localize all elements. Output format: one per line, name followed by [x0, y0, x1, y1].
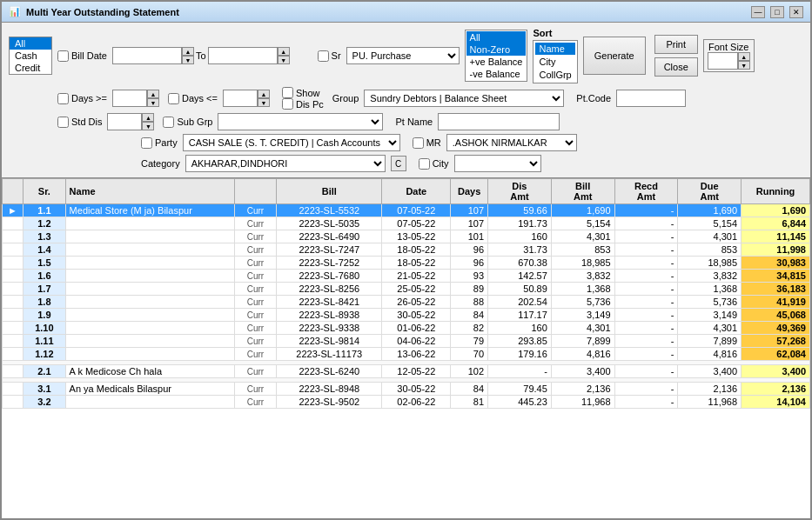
curr-cell: Curr	[234, 396, 277, 409]
table-row[interactable]: 1.6Curr2223-SL-768021-05-2293142.573,832…	[3, 270, 810, 283]
table-row[interactable]: 1.5Curr2223-SL-725218-05-2296670.3818,98…	[3, 257, 810, 270]
days-gte-up[interactable]: ▲	[147, 90, 159, 98]
cash-filter-btn[interactable]: Cash	[10, 50, 51, 62]
sort-name[interactable]: Name	[535, 43, 574, 55]
recd-amt-cell: -	[614, 257, 678, 270]
filter-non-zero[interactable]: Non-Zero	[466, 43, 527, 56]
running-cell: 34,815	[742, 270, 810, 283]
table-row[interactable]: 1.9Curr2223-SL-893830-05-2284117.173,149…	[3, 309, 810, 322]
minimize-button[interactable]: —	[751, 6, 765, 18]
show-checkbox[interactable]	[282, 87, 293, 98]
credit-filter-btn[interactable]: Credit	[10, 62, 51, 74]
table-row[interactable]: 3.1An ya Medicals BilaspurCurr2223-SL-89…	[3, 383, 810, 396]
sort-city[interactable]: City	[535, 56, 574, 68]
subgrp-select[interactable]	[218, 113, 383, 130]
name-cell	[65, 270, 234, 283]
days-gte-checkbox[interactable]	[57, 93, 69, 104]
dis-amt-cell: 160	[488, 322, 552, 335]
header-curr	[234, 179, 277, 204]
dis-amt-cell: 79.45	[488, 383, 552, 396]
all-filter-btn[interactable]: All	[10, 37, 51, 50]
mr-select[interactable]: .ASHOK NIRMALKAR	[446, 134, 577, 151]
voucher-type-select[interactable]: PU. Purchase	[346, 47, 460, 64]
table-row[interactable]: 1.11Curr2223-SL-981404-06-2279293.857,89…	[3, 335, 810, 348]
days-lte-label: Days <=	[182, 93, 218, 103]
from-date-up[interactable]: ▲	[182, 47, 194, 56]
bill-date-checkbox-group: Bill Date	[57, 50, 107, 62]
stddis-checkbox[interactable]	[57, 117, 69, 128]
table-row[interactable]: 1.3Curr2223-SL-649013-05-221011604,301-4…	[3, 230, 810, 243]
sr-checkbox[interactable]	[318, 50, 329, 62]
filter-plus-balance[interactable]: +ve Balance	[466, 56, 527, 68]
city-checkbox[interactable]	[419, 158, 430, 170]
table-row[interactable]: 1.2Curr2223-SL-503507-05-22107191.735,15…	[3, 217, 810, 230]
ptname-input[interactable]	[438, 113, 560, 130]
category-select[interactable]: AKHARAR,DINDHORI	[185, 155, 386, 172]
font-size-up[interactable]: ▲	[738, 52, 750, 61]
due-amt-cell: 4,816	[678, 348, 742, 361]
font-size-input[interactable]: 9.0	[708, 52, 738, 70]
ptcode-input[interactable]	[616, 90, 686, 107]
category-c-button[interactable]: C	[391, 156, 406, 171]
table-row[interactable]: 2.1A k Medicose Ch halaCurr2223-SL-62401…	[3, 365, 810, 378]
mr-checkbox[interactable]	[413, 137, 424, 149]
header-bill-amt: BillAmt	[551, 179, 614, 204]
from-date-input[interactable]: 22/08/2022	[112, 47, 182, 64]
days-cell: 96	[451, 243, 488, 257]
maximize-button[interactable]: □	[770, 6, 784, 18]
to-date-input[interactable]: 22/08/2022	[208, 47, 278, 64]
days-cell: 79	[451, 335, 488, 348]
right-buttons: Print Close	[654, 35, 698, 77]
name-cell	[65, 257, 234, 270]
days-lte-down[interactable]: ▼	[258, 98, 270, 107]
table-row[interactable]: 1.10Curr2223-SL-933801-06-22821604,301-4…	[3, 322, 810, 335]
table-row[interactable]: 3.2Curr2223-SL-950202-06-2281445.2311,96…	[3, 396, 810, 409]
stddis-checkbox-group: Std Dis	[57, 117, 102, 128]
party-checkbox-group: Party	[141, 137, 178, 149]
close-window-button[interactable]: ✕	[789, 6, 803, 18]
sort-section: Sort Name City CollGrp	[533, 28, 577, 83]
filter-minus-balance[interactable]: -ve Balance	[466, 68, 527, 80]
days-gte-down[interactable]: ▼	[147, 98, 159, 107]
days-lte-input[interactable]: 0	[223, 90, 258, 107]
group-select[interactable]: Sundry Debtors | Balance Sheet	[364, 90, 564, 107]
bill-amt-cell: 853	[551, 243, 614, 257]
filter-box: All Non-Zero +ve Balance -ve Balance	[465, 30, 528, 82]
dispc-checkbox[interactable]	[282, 98, 293, 110]
city-select[interactable]	[454, 155, 541, 172]
table-row[interactable]: 1.12Curr2223-SL-1117313-06-2270179.164,8…	[3, 348, 810, 361]
name-cell	[65, 296, 234, 309]
running-cell: 2,136	[742, 383, 810, 396]
to-label: To	[196, 50, 206, 61]
generate-button[interactable]: Generate	[583, 37, 646, 75]
table-row[interactable]: ►1.1Medical Store (M ja) BilaspurCurr222…	[3, 204, 810, 217]
days-lte-checkbox[interactable]	[168, 93, 179, 104]
bill-date-checkbox[interactable]	[57, 50, 69, 62]
to-date-up[interactable]: ▲	[278, 47, 290, 56]
from-date-down[interactable]: ▼	[182, 56, 194, 64]
to-date-down[interactable]: ▼	[278, 56, 290, 64]
subgrp-checkbox[interactable]	[163, 117, 174, 128]
party-select[interactable]: CASH SALE (S. T. CREDIT) | Cash Accounts	[183, 134, 400, 151]
bill-cell: 2223-SL-8948	[277, 383, 382, 396]
table-row[interactable]: 1.4Curr2223-SL-724718-05-229631.73853-85…	[3, 243, 810, 257]
stddis-down[interactable]: ▼	[142, 122, 154, 130]
filter-all[interactable]: All	[466, 31, 527, 43]
stddis-up[interactable]: ▲	[142, 113, 154, 122]
table-row[interactable]: 1.7Curr2223-SL-825625-05-228950.891,368-…	[3, 283, 810, 296]
app-icon: 📊	[9, 6, 21, 17]
dis-amt-cell: 31.73	[488, 243, 552, 257]
close-button[interactable]: Close	[654, 57, 698, 77]
stddis-input[interactable]: 0.00	[107, 113, 142, 130]
party-checkbox[interactable]	[141, 137, 152, 149]
table-row[interactable]: 1.8Curr2223-SL-842126-05-2288202.545,736…	[3, 296, 810, 309]
days-lte-up[interactable]: ▲	[258, 90, 270, 98]
font-size-down[interactable]: ▼	[738, 61, 750, 70]
name-cell	[65, 396, 234, 409]
sort-collgrp[interactable]: CollGrp	[535, 69, 574, 81]
days-cell: 96	[451, 257, 488, 270]
dis-amt-cell: -	[488, 365, 552, 378]
days-gte-input[interactable]: 0	[112, 90, 147, 107]
due-amt-cell: 3,832	[678, 270, 742, 283]
print-button[interactable]: Print	[654, 35, 698, 54]
